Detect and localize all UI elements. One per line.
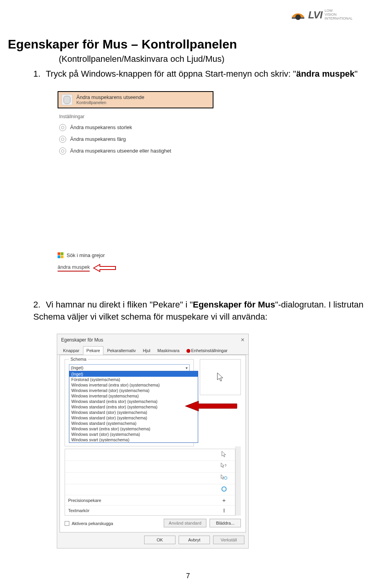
- svg-point-0: [295, 14, 301, 20]
- arrow-cursor-icon: [217, 372, 224, 382]
- help-cursor-icon: ?: [216, 462, 232, 471]
- search-category: Inställningar: [59, 114, 213, 119]
- red-dot-icon: [186, 349, 190, 353]
- tab-pekaralternativ[interactable]: Pekaralternativ: [103, 346, 139, 355]
- dropdown-option[interactable]: Windows inverterad (stor) (systemschema): [69, 388, 198, 393]
- cursor-row[interactable]: [65, 484, 235, 495]
- tab-enhet[interactable]: Enhetsinställningar: [183, 346, 231, 355]
- mouse-icon: [61, 94, 72, 105]
- dropdown-option[interactable]: Windows standard (extra stor) (systemsch…: [69, 399, 198, 404]
- dropdown-option[interactable]: Windows standard (extra stor) (systemsch…: [69, 404, 198, 410]
- arrow-cursor-icon: [216, 451, 232, 459]
- logo-text: LVI: [308, 9, 322, 21]
- cursor-row[interactable]: Precisionspekare+: [65, 495, 235, 505]
- brand-logo: LVI LOW VISION INTERNATIONAL: [290, 7, 352, 23]
- search-result-row[interactable]: Ändra muspekarens storlek: [58, 122, 213, 133]
- dropdown-option[interactable]: Windows svart (extra stor) (systemschema…: [69, 426, 198, 432]
- dropdown-option[interactable]: Windows standard (stor) (systemschema): [69, 415, 198, 421]
- apply-button[interactable]: Verkställ: [213, 536, 244, 544]
- close-icon[interactable]: ×: [241, 336, 244, 343]
- schema-dropdown-list[interactable]: (Inget) Förstorad (systemschema) Windows…: [69, 371, 198, 443]
- search-top-title: Ändra muspekarens utseende: [76, 94, 144, 100]
- search-input-echo: ändra muspek: [58, 264, 213, 272]
- chevron-down-icon: ▾: [186, 366, 188, 370]
- dropdown-option[interactable]: (Inget): [69, 371, 198, 377]
- scrollbar[interactable]: [235, 446, 241, 516]
- schema-label: Schema: [69, 357, 88, 361]
- tab-maskinvara[interactable]: Maskinvara: [154, 346, 183, 355]
- cursor-row[interactable]: TextmarkörI: [65, 505, 235, 515]
- cursor-preview: [200, 359, 241, 395]
- precision-cursor-icon: +: [216, 497, 232, 503]
- gear-icon: [59, 124, 66, 131]
- shadow-checkbox-row[interactable]: Aktivera pekarskugga: [65, 521, 113, 526]
- dropdown-option[interactable]: Windows inverterad (extra stor) (systems…: [69, 382, 198, 388]
- dropdown-option[interactable]: Förstorad (systemschema): [69, 377, 198, 382]
- gear-icon: [59, 136, 66, 143]
- svg-point-2: [224, 477, 227, 480]
- ok-button[interactable]: OK: [144, 536, 175, 544]
- cancel-button[interactable]: Avbryt: [179, 536, 210, 544]
- tab-pekare[interactable]: Pekare: [83, 346, 104, 355]
- dropdown-option[interactable]: Windows standard (stor) (systemschema): [69, 410, 198, 415]
- page-subtitle: (Kontrollpanelen/Maskinvara och Ljud/Mus…: [59, 54, 368, 64]
- page-number: 7: [0, 572, 376, 580]
- mouse-properties-dialog: Egenskaper för Mus × Knappar Pekare Peka…: [57, 334, 249, 548]
- checkbox-label: Aktivera pekarskugga: [72, 521, 113, 526]
- cursor-row[interactable]: [65, 473, 235, 484]
- search-top-result[interactable]: Ändra muspekarens utseende Kontrollpanel…: [58, 91, 213, 108]
- search-my-stuff[interactable]: Sök i mina grejor: [58, 251, 213, 260]
- dialog-title: Egenskaper för Mus: [61, 337, 103, 343]
- dialog-tabs: Knappar Pekare Pekaralternativ Hjul Mask…: [57, 346, 248, 355]
- search-result-row[interactable]: Ändra muspekarens färg: [58, 133, 213, 145]
- search-result-row[interactable]: Ändra muspekarens utseende eller hastigh…: [58, 145, 213, 157]
- default-button[interactable]: Använd standard: [164, 519, 206, 527]
- schema-group: Schema (Inget) ▾ (Inget) Förstorad (syst…: [65, 359, 194, 446]
- tab-knappar[interactable]: Knappar: [60, 346, 83, 355]
- windows-icon: [58, 252, 63, 258]
- search-typed-text: ändra muspek: [58, 264, 90, 272]
- browse-button[interactable]: Bläddra...: [210, 519, 241, 527]
- search-top-sub: Kontrollpanelen: [76, 100, 144, 105]
- dropdown-option[interactable]: Windows inverterad (systemschema): [69, 393, 198, 399]
- arrow-left-icon: [93, 264, 116, 272]
- dropdown-option[interactable]: Windows svart (stor) (systemschema): [69, 432, 198, 437]
- dropdown-option[interactable]: Windows standard (systemschema): [69, 421, 198, 426]
- svg-text:?: ?: [224, 464, 226, 468]
- step-2: 2.Vi hamnar nu direkt i fliken "Pekare" …: [33, 299, 368, 323]
- dropdown-option[interactable]: Windows svart (systemschema): [69, 437, 198, 442]
- arrow-left-icon: [184, 400, 239, 412]
- page-title: Egenskaper för Mus – Kontrollpanelen: [8, 37, 368, 52]
- tab-hjul[interactable]: Hjul: [139, 346, 154, 355]
- cursor-row[interactable]: ?: [65, 461, 235, 473]
- cursor-row[interactable]: [65, 449, 235, 461]
- cursor-list[interactable]: ? Precisionspekare+ TextmarkörI: [65, 449, 235, 516]
- step-1: 1.Tryck på Windows-knappen för att öppna…: [33, 68, 368, 80]
- working-cursor-icon: [216, 474, 232, 482]
- checkbox-icon[interactable]: [65, 521, 69, 526]
- sun-icon: [290, 7, 306, 23]
- text-cursor-icon: I: [216, 507, 232, 514]
- search-results-figure: Ändra muspekarens utseende Kontrollpanel…: [58, 91, 213, 272]
- logo-tagline: LOW VISION INTERNATIONAL: [325, 9, 352, 21]
- schema-select[interactable]: (Inget) ▾: [69, 364, 190, 371]
- busy-cursor-icon: [216, 486, 232, 493]
- svg-point-3: [222, 487, 226, 491]
- gear-icon: [59, 147, 66, 155]
